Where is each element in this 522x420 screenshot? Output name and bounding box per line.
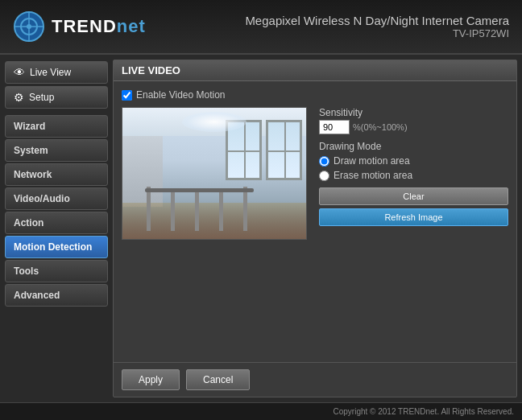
- logo-trend: TREND: [52, 16, 117, 36]
- setup-button[interactable]: ⚙ Setup: [5, 86, 108, 109]
- logo-text: TRENDnet: [52, 16, 146, 37]
- enable-video-motion-checkbox[interactable]: [122, 90, 132, 101]
- clear-button[interactable]: Clear: [319, 187, 508, 205]
- sensitivity-input[interactable]: [319, 120, 350, 134]
- live-view-button[interactable]: 👁 Live View: [5, 61, 108, 84]
- sensitivity-input-row: %(0%~100%): [319, 120, 508, 134]
- sidebar-item-tools[interactable]: Tools: [5, 260, 108, 282]
- sensitivity-row: Sensitivity %(0%~100%): [319, 107, 508, 134]
- window-2-frame-v: [284, 122, 286, 178]
- logo-net: net: [117, 16, 146, 36]
- sensitivity-label: Sensitivity: [319, 107, 508, 118]
- copyright-text: Copyright © 2012 TRENDnet. All Rights Re…: [333, 407, 514, 416]
- eye-icon: 👁: [14, 66, 25, 79]
- bottom-buttons: Apply Cancel: [114, 362, 516, 397]
- sidebar-item-advanced[interactable]: Advanced: [5, 284, 108, 307]
- railing-post-3: [195, 192, 199, 231]
- window-frame-v: [244, 122, 246, 178]
- live-view-label: Live View: [30, 67, 71, 78]
- content-header-label: LIVE VIDEO: [122, 64, 180, 76]
- logo: TRENDnet: [13, 10, 146, 43]
- video-placeholder: [122, 108, 306, 239]
- apply-button[interactable]: Apply: [122, 369, 180, 390]
- railing-post-1: [147, 187, 151, 231]
- draw-motion-label: Draw motion area: [334, 155, 410, 167]
- drawing-mode-label: Drawing Mode: [319, 141, 508, 152]
- sidebar: 👁 Live View ⚙ Setup Wizard System Networ…: [0, 55, 113, 402]
- draw-motion-radio-row: Draw motion area: [319, 155, 508, 167]
- erase-motion-radio-row: Erase motion area: [319, 170, 508, 181]
- ceiling-light: [182, 112, 246, 132]
- gear-icon: ⚙: [14, 91, 24, 104]
- cancel-button[interactable]: Cancel: [186, 369, 250, 390]
- main-layout: 👁 Live View ⚙ Setup Wizard System Networ…: [0, 55, 522, 402]
- action-buttons: Clear Refresh Image: [319, 187, 508, 226]
- sidebar-item-wizard[interactable]: Wizard: [5, 115, 108, 138]
- header-title: Megapixel Wireless N Day/Night Internet …: [245, 14, 509, 39]
- sidebar-top-buttons: 👁 Live View ⚙ Setup: [5, 61, 108, 109]
- railing-post-5: [243, 187, 247, 231]
- sidebar-item-action[interactable]: Action: [5, 212, 108, 234]
- sidebar-item-motion-detection[interactable]: Motion Detection: [5, 236, 108, 258]
- live-video-area: Sensitivity %(0%~100%) Drawing Mode Draw…: [122, 107, 508, 354]
- sub-title: TV-IP572WI: [245, 27, 509, 39]
- refresh-image-button[interactable]: Refresh Image: [319, 208, 508, 226]
- settings-panel: Sensitivity %(0%~100%) Drawing Mode Draw…: [315, 107, 508, 354]
- handrail: [145, 188, 254, 192]
- draw-motion-radio[interactable]: [319, 156, 329, 167]
- setup-label: Setup: [29, 92, 54, 103]
- header: TRENDnet Megapixel Wireless N Day/Night …: [0, 0, 522, 55]
- drawing-mode-row: Drawing Mode Draw motion area Erase moti…: [319, 141, 508, 181]
- erase-motion-radio[interactable]: [319, 171, 329, 181]
- video-frame: [122, 107, 307, 240]
- sidebar-item-network[interactable]: Network: [5, 163, 108, 186]
- content-panel: LIVE VIDEO Enable Video Motion: [113, 60, 517, 397]
- left-wall: [122, 136, 163, 207]
- enable-video-motion-label: Enable Video Motion: [136, 89, 226, 101]
- sidebar-item-video-audio[interactable]: Video/Audio: [5, 187, 108, 210]
- main-title: Megapixel Wireless N Day/Night Internet …: [245, 14, 509, 27]
- enable-video-motion-row: Enable Video Motion: [122, 89, 508, 101]
- footer: Copyright © 2012 TRENDnet. All Rights Re…: [0, 402, 522, 420]
- railing-post-4: [219, 189, 223, 231]
- railing-post-2: [171, 191, 175, 231]
- sidebar-nav: Wizard System Network Video/Audio Action…: [5, 115, 108, 307]
- trendnet-logo-icon: [13, 10, 45, 43]
- content-body: Enable Video Motion: [114, 81, 516, 362]
- sidebar-item-system[interactable]: System: [5, 139, 108, 162]
- content-header: LIVE VIDEO: [114, 60, 516, 81]
- window-2: [266, 120, 302, 180]
- sensitivity-range: %(0%~100%): [353, 122, 408, 132]
- erase-motion-label: Erase motion area: [334, 170, 412, 181]
